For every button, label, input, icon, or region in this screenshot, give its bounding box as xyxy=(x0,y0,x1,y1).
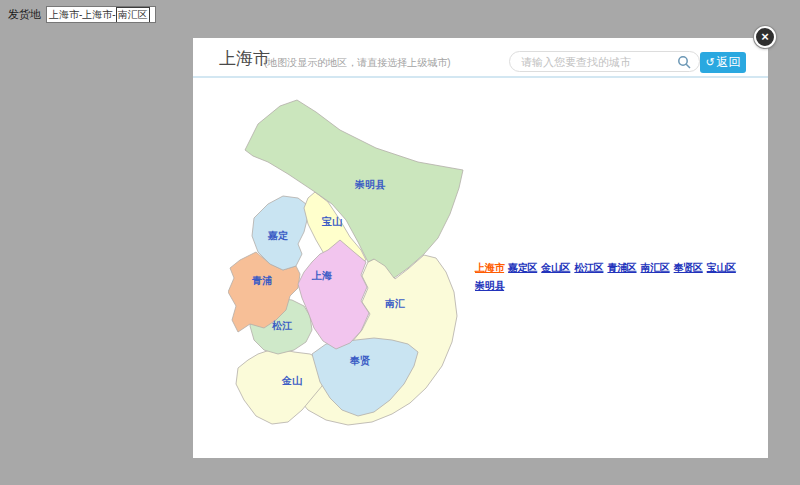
map-label-jinshan: 金山 xyxy=(281,375,302,386)
close-icon[interactable]: × xyxy=(754,26,776,48)
city-search-input[interactable] xyxy=(510,56,677,68)
back-button[interactable]: ↺ 返回 xyxy=(700,52,746,73)
map-label-songjiang: 松江 xyxy=(271,320,293,331)
undo-icon: ↺ xyxy=(705,57,714,68)
region-link[interactable]: 南汇区 xyxy=(641,261,670,275)
city-picker-modal: 上海市 (地图没显示的地区，请直接选择上级城市) ↺ 返回 崇明县宝山嘉定青浦上… xyxy=(193,38,768,458)
modal-subtitle: (地图没显示的地区，请直接选择上级城市) xyxy=(264,56,451,70)
region-link[interactable]: 金山区 xyxy=(541,261,570,275)
map-label-chongming: 崇明县 xyxy=(354,179,386,190)
city-search-box xyxy=(509,51,700,72)
search-icon[interactable] xyxy=(677,55,691,69)
map-label-fengxian: 奉贤 xyxy=(349,355,371,367)
map-label-jiading: 嘉定 xyxy=(267,230,288,241)
region-link-current[interactable]: 上海市 xyxy=(475,261,504,275)
map-label-nanhui: 南汇 xyxy=(385,298,405,309)
map-label-shanghai: 上海 xyxy=(311,270,332,281)
origin-value-prefix: 上海市-上海市- xyxy=(49,8,116,22)
origin-input[interactable]: 上海市-上海市-南汇区 xyxy=(46,6,156,23)
modal-title: 上海市 xyxy=(219,47,270,70)
origin-value-selected: 南汇区 xyxy=(116,7,150,23)
region-link[interactable]: 嘉定区 xyxy=(508,261,537,275)
desktop-background: { "page": { "background": "#a8a8a8", "or… xyxy=(0,0,800,485)
region-link[interactable]: 松江区 xyxy=(574,261,603,275)
map-label-qingpu: 青浦 xyxy=(251,275,272,286)
region-link[interactable]: 崇明县 xyxy=(475,279,504,293)
back-button-label: 返回 xyxy=(717,54,741,71)
region-link[interactable]: 奉贤区 xyxy=(674,261,703,275)
origin-field-label: 发货地 xyxy=(8,7,41,22)
region-links: 上海市 嘉定区金山区松江区青浦区南汇区奉贤区宝山区崇明县 xyxy=(475,261,763,293)
origin-field-row: 发货地 上海市-上海市-南汇区 xyxy=(8,6,156,23)
region-link[interactable]: 宝山区 xyxy=(707,261,736,275)
map-label-baoshan: 宝山 xyxy=(321,216,342,227)
modal-header: 上海市 (地图没显示的地区，请直接选择上级城市) ↺ 返回 xyxy=(193,38,768,78)
shanghai-map: 崇明县宝山嘉定青浦上海南汇松江金山奉贤 xyxy=(228,92,478,452)
region-link[interactable]: 青浦区 xyxy=(607,261,636,275)
